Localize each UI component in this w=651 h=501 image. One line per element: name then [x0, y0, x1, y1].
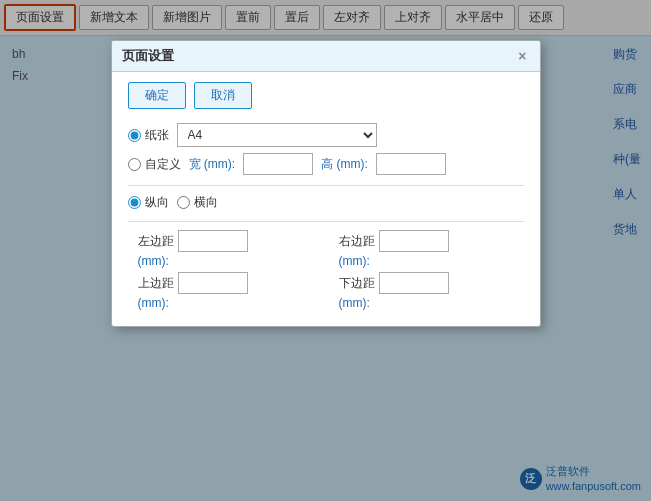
left-margin-item: 左边距 (mm):	[138, 230, 323, 268]
left-margin-unit-row: (mm):	[138, 254, 323, 268]
right-margin-unit-row: (mm):	[339, 254, 524, 268]
paper-radio[interactable]	[128, 129, 141, 142]
right-margin-item: 右边距 (mm):	[339, 230, 524, 268]
height-input[interactable]	[376, 153, 446, 175]
bottom-margin-unit-row: (mm):	[339, 296, 524, 310]
right-margin-unit: (mm):	[339, 254, 370, 268]
right-margin-input[interactable]	[379, 230, 449, 252]
bottom-margin-input[interactable]	[379, 272, 449, 294]
portrait-radio-label[interactable]: 纵向	[128, 194, 169, 211]
custom-label: 自定义	[145, 156, 181, 173]
divider-2	[128, 221, 524, 222]
left-margin-input[interactable]	[178, 230, 248, 252]
height-label: 高 (mm):	[321, 156, 368, 173]
right-margin-row: 右边距	[339, 230, 524, 252]
top-margin-input[interactable]	[178, 272, 248, 294]
bottom-margin-label: 下边距	[339, 275, 375, 292]
landscape-radio-label[interactable]: 横向	[177, 194, 218, 211]
width-input[interactable]	[243, 153, 313, 175]
divider-1	[128, 185, 524, 186]
custom-row: 自定义 宽 (mm): 高 (mm):	[128, 153, 524, 175]
modal-close-button[interactable]: ×	[515, 48, 529, 64]
modal-dialog: 页面设置 × 确定 取消 纸张 A4 A3 B	[111, 40, 541, 327]
left-margin-unit: (mm):	[138, 254, 169, 268]
left-margin-label: 左边距	[138, 233, 174, 250]
portrait-label: 纵向	[145, 194, 169, 211]
top-margin-unit: (mm):	[138, 296, 169, 310]
modal-overlay: 页面设置 × 确定 取消 纸张 A4 A3 B	[0, 0, 651, 501]
left-margin-row: 左边距	[138, 230, 323, 252]
orientation-section: 纵向 横向	[128, 194, 524, 211]
paper-section: 纸张 A4 A3 B5 Letter 自定义 宽 (mm):	[128, 123, 524, 175]
paper-radio-label[interactable]: 纸张	[128, 127, 169, 144]
modal-header: 页面设置 ×	[112, 41, 540, 72]
portrait-radio[interactable]	[128, 196, 141, 209]
top-margin-item: 上边距 (mm):	[138, 272, 323, 310]
paper-label: 纸张	[145, 127, 169, 144]
top-margin-unit-row: (mm):	[138, 296, 323, 310]
paper-select[interactable]: A4 A3 B5 Letter	[177, 123, 377, 147]
bottom-margin-unit: (mm):	[339, 296, 370, 310]
margins-section: 左边距 (mm): 右边距 (mm):	[128, 230, 524, 310]
top-margin-row: 上边距	[138, 272, 323, 294]
bottom-margin-row: 下边距	[339, 272, 524, 294]
modal-body: 确定 取消 纸张 A4 A3 B5 Letter	[112, 72, 540, 326]
modal-title: 页面设置	[122, 47, 174, 65]
cancel-button[interactable]: 取消	[194, 82, 252, 109]
landscape-label: 横向	[194, 194, 218, 211]
confirm-button[interactable]: 确定	[128, 82, 186, 109]
custom-radio-label[interactable]: 自定义	[128, 156, 181, 173]
orientation-row: 纵向 横向	[128, 194, 524, 211]
width-label: 宽 (mm):	[189, 156, 236, 173]
landscape-radio[interactable]	[177, 196, 190, 209]
bottom-margin-item: 下边距 (mm):	[339, 272, 524, 310]
action-buttons: 确定 取消	[128, 82, 524, 109]
top-margin-label: 上边距	[138, 275, 174, 292]
right-margin-label: 右边距	[339, 233, 375, 250]
custom-radio[interactable]	[128, 158, 141, 171]
paper-row: 纸张 A4 A3 B5 Letter	[128, 123, 524, 147]
